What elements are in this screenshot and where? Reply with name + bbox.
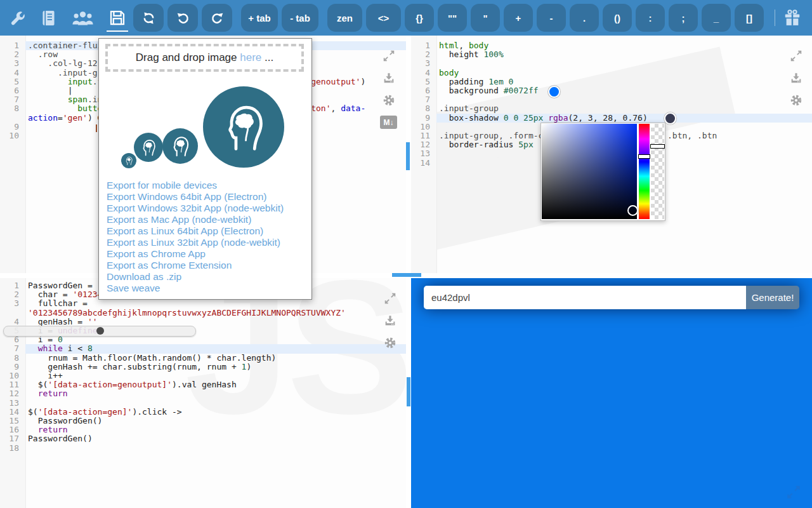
code-line: 4body xyxy=(411,69,812,77)
toolbar-button[interactable]: <> xyxy=(366,4,401,32)
editor-scrollbar[interactable] xyxy=(407,377,410,406)
gear-icon[interactable] xyxy=(382,93,396,107)
line-number: 8 xyxy=(411,104,436,113)
wrench-icon[interactable] xyxy=(9,10,26,27)
toolbar-button[interactable]: - xyxy=(537,4,566,32)
toolbar-button[interactable]: _ xyxy=(702,4,731,32)
export-link[interactable]: Download as .zip xyxy=(107,271,284,283)
toolbar-button[interactable]: ; xyxy=(669,4,698,32)
toolbar-button[interactable]: {} xyxy=(405,4,434,32)
line-number: 9 xyxy=(0,123,25,131)
code-text xyxy=(436,95,812,104)
gear-icon[interactable] xyxy=(789,93,803,107)
box-shadow-color-swatch[interactable] xyxy=(664,112,676,124)
code-line: 15 PasswordGen() xyxy=(0,417,406,425)
dropzone-text: Drag and drop image xyxy=(136,51,240,64)
markdown-download-icon[interactable]: M↓ xyxy=(380,116,397,129)
download-icon[interactable] xyxy=(383,314,397,328)
line-number: 3 xyxy=(411,59,436,68)
line-number: 1 xyxy=(0,281,25,290)
redo-button[interactable] xyxy=(202,4,232,32)
alpha-slider[interactable] xyxy=(650,144,665,149)
line-number: 13 xyxy=(411,149,436,158)
splitter-handle[interactable] xyxy=(392,273,421,277)
password-output-input[interactable] xyxy=(424,286,746,309)
style-editor-pane[interactable]: 1html, body2 height 100%34body5 padding … xyxy=(411,36,812,273)
export-link[interactable]: Export Windows 32bit App (node-webkit) xyxy=(107,203,284,214)
hue-strip[interactable] xyxy=(639,124,650,219)
code-line: 16 return xyxy=(0,425,406,434)
saturation-square[interactable] xyxy=(542,124,637,219)
toolbar-button[interactable]: " xyxy=(471,4,500,32)
users-icon[interactable] xyxy=(71,9,95,27)
line-number: 14 xyxy=(411,159,436,168)
code-text: i = 0 xyxy=(25,335,406,344)
expand-icon[interactable] xyxy=(383,291,397,305)
toolbar-button[interactable]: () xyxy=(603,4,632,32)
export-link[interactable]: Export as Chrome Extension xyxy=(107,260,284,271)
redo-icon xyxy=(210,11,225,25)
preview-resize-icon[interactable] xyxy=(785,484,802,500)
export-link[interactable]: Export as Linux 32bit App (node-webkit) xyxy=(107,237,284,248)
line-number: 4 xyxy=(0,69,25,77)
code-text: box-shadow 0 0 25px rgba(2, 3, 28, 0.76) xyxy=(436,114,812,123)
code-line: 17PasswordGen() xyxy=(0,434,406,443)
code-text xyxy=(25,444,406,453)
hue-slider[interactable] xyxy=(638,154,650,159)
line-number: 13 xyxy=(0,399,25,408)
background-color-swatch[interactable] xyxy=(548,86,560,98)
toolbar-button[interactable]: . xyxy=(570,4,599,32)
script-code[interactable]: 1PasswordGen = ->2 char = '0123456789abc… xyxy=(0,278,406,453)
style-pane-icons xyxy=(789,49,803,107)
alpha-strip[interactable] xyxy=(651,124,664,219)
gift-icon[interactable] xyxy=(783,8,802,27)
value-scrubber[interactable] xyxy=(3,326,196,337)
code-line: 10 i++ xyxy=(0,371,406,380)
line-number: 1 xyxy=(0,41,25,50)
scrubber-knob[interactable] xyxy=(96,327,104,335)
dropzone-here-link[interactable]: here xyxy=(240,51,261,64)
toolbar-button[interactable]: + xyxy=(504,4,533,32)
line-number: 7 xyxy=(0,95,25,104)
code-text: return xyxy=(25,389,406,398)
export-links: Export for mobile devicesExport Windows … xyxy=(107,180,284,294)
export-link[interactable]: Export Windows 64bit App (Electron) xyxy=(107,191,284,203)
code-line: 6 i = 0 xyxy=(0,335,406,344)
generate-button[interactable]: Generate! xyxy=(746,286,799,309)
book-icon[interactable] xyxy=(39,9,58,27)
export-link[interactable]: Export as Chrome App xyxy=(107,248,284,260)
saturation-marker[interactable] xyxy=(627,205,638,216)
undo-button[interactable] xyxy=(167,4,198,32)
refresh-icon xyxy=(141,11,156,25)
code-text: body xyxy=(436,69,812,77)
save-icon[interactable] xyxy=(108,8,127,27)
code-line: 2 height 100% xyxy=(411,50,812,59)
expand-icon[interactable] xyxy=(789,49,803,63)
code-line: 9 box-shadow 0 0 25px rgba(2, 3, 28, 0.7… xyxy=(411,114,812,123)
toolbar-button[interactable]: - tab xyxy=(282,4,318,32)
image-dropzone[interactable]: Drag and drop image here ... xyxy=(105,44,304,72)
code-text: return xyxy=(25,425,406,434)
editor-scrollbar[interactable] xyxy=(406,142,410,170)
download-icon[interactable] xyxy=(789,71,803,85)
line-number: 2 xyxy=(411,50,436,59)
toolbar-button[interactable]: "" xyxy=(438,4,467,32)
download-icon[interactable] xyxy=(382,71,396,85)
toolbar-button[interactable]: + tab xyxy=(241,4,278,32)
script-editor-pane[interactable]: JS 1PasswordGen = ->2 char = '0123456789… xyxy=(0,278,406,508)
toolbar-button[interactable]: zen xyxy=(327,4,362,32)
toolbar-button[interactable]: : xyxy=(636,4,665,32)
toolbar-buttons: + tab- tabzen<>{}"""+-.():;_[] xyxy=(133,4,764,32)
export-link[interactable]: Export as Linux 64bit App (Electron) xyxy=(107,225,284,237)
refresh-button[interactable] xyxy=(133,4,164,32)
toolbar-button[interactable]: [] xyxy=(735,4,764,32)
line-number: 2 xyxy=(0,290,25,299)
gear-icon[interactable] xyxy=(383,336,397,350)
export-link[interactable]: Save weave xyxy=(107,283,284,294)
export-link[interactable]: Export as Mac App (node-webkit) xyxy=(107,214,284,225)
export-link[interactable]: Export for mobile devices xyxy=(107,180,284,191)
code-text: rnum = Math.floor(Math.random() * char.l… xyxy=(25,354,406,363)
line-number: 8 xyxy=(0,104,25,113)
expand-icon[interactable] xyxy=(382,49,396,63)
code-text: $('[data-action=gen]').click -> xyxy=(25,408,406,417)
